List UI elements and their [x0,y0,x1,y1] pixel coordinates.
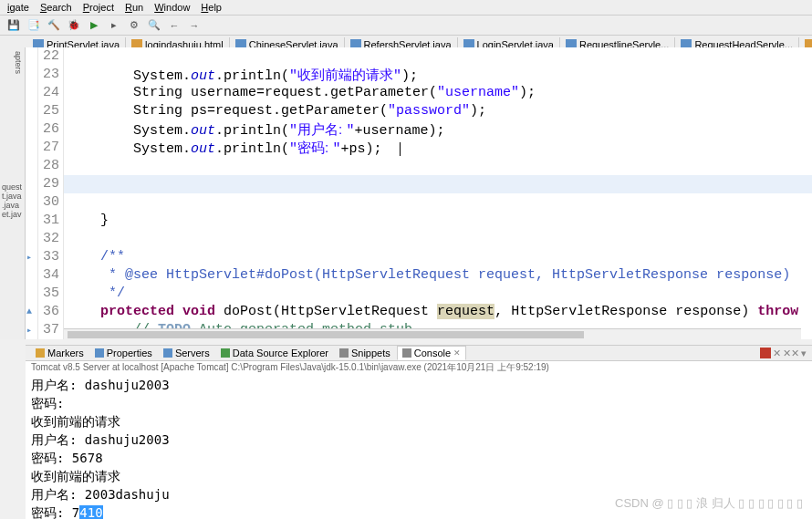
view-icon [402,348,411,358]
code-line[interactable] [64,230,812,248]
view-icon [36,348,45,358]
remove-all-icon[interactable]: ✕✕ [783,348,799,359]
line-number: 32 [38,230,59,248]
view-icon [95,348,104,358]
line-number: 33 [38,248,59,266]
code-line[interactable] [64,157,812,175]
build-icon[interactable]: 🔨 [46,17,62,34]
code-line[interactable]: String ps=request.getParameter("password… [64,102,812,120]
console-line: 收到前端的请求 [31,412,807,431]
back-icon[interactable]: ← [166,17,182,34]
line-number: 35 [38,285,59,303]
code-area[interactable]: System.out.println("收到前端的请求"); String us… [64,47,812,339]
forward-icon[interactable]: → [186,17,203,34]
dropdown-icon[interactable]: ▾ [801,348,807,359]
view-icon [163,348,172,358]
console-line: 密码: 5678 [31,449,807,467]
search-icon[interactable]: 🔍 [146,17,162,34]
menu-item[interactable]: Project [83,2,114,13]
override-marker-icon: ▲ [26,306,36,316]
bottom-tab[interactable]: Properties [90,347,157,359]
bottom-tab[interactable]: Servers [159,347,214,359]
toolbar: 💾 📑 🔨 🐞 ▶ ▸ ⚙ 🔍 ← → [0,16,812,36]
bottom-tab-label: Servers [175,348,210,358]
menu-item[interactable]: Help [201,2,222,13]
tool-icon[interactable]: ⚙ [126,17,142,34]
bottom-tab[interactable]: Data Source Explorer [216,347,333,359]
fold-marker-icon: ▸ [26,252,36,261]
scrollbar-thumb[interactable] [68,331,584,338]
line-number: 34 [38,266,59,285]
bottom-tab[interactable]: Snippets [335,347,395,359]
console-output[interactable]: 用户名: dashuju2003密码: 收到前端的请求用户名: dashuju2… [26,374,812,519]
bottom-tab-label: Console [414,348,451,358]
code-line[interactable]: * @see HttpServlet#doPost(HttpServletReq… [64,266,812,285]
bottom-view-tabs: MarkersPropertiesServersData Source Expl… [26,345,812,361]
warn-marker-icon: ▸ [26,325,36,334]
bottom-tab[interactable]: Console✕ [397,346,466,360]
line-number-gutter: 22232425262728293031323334353637 [38,47,64,339]
selected-text: 410 [79,505,102,519]
console-line: 收到前端的请求 [31,467,807,485]
annotation-gutter: ▸▲▸ [26,47,38,339]
bottom-tab-label: Properties [107,348,152,358]
line-number: 24 [38,84,59,102]
close-icon[interactable]: ✕ [453,348,461,358]
line-number: 36 [38,303,59,321]
code-line[interactable]: System.out.println("收到前端的请求"); [64,66,812,84]
bottom-tab-label: Markers [47,348,84,358]
view-icon [339,348,349,358]
view-icon [221,348,230,358]
line-number: 37 [38,321,59,339]
save-all-icon[interactable]: 📑 [26,17,42,34]
line-number: 29 [38,175,59,193]
line-number: 23 [38,66,59,84]
code-line[interactable]: String username=request.getParameter("us… [64,84,812,102]
horizontal-scrollbar[interactable] [64,328,801,339]
line-number: 30 [38,193,59,212]
menu-item[interactable]: Window [154,2,190,13]
run-config-icon[interactable]: ▸ [106,17,122,34]
code-line[interactable]: } [64,212,812,230]
terminate-icon[interactable] [760,348,771,358]
code-line[interactable]: */ [64,285,812,303]
console-toolbar: ✕ ✕✕ ▾ [760,348,807,359]
line-number: 28 [38,157,59,175]
menu-item[interactable]: Run [125,2,143,13]
menu-item[interactable]: Search [40,2,72,13]
bottom-tab-label: Snippets [351,348,390,358]
console-line: 密码: 7410 [31,503,807,519]
line-number: 22 [38,47,59,66]
line-number: 27 [38,139,59,157]
code-line[interactable]: System.out.println("用户名: "+username); [64,120,812,139]
run-icon[interactable]: ▶ [86,17,102,34]
code-line[interactable] [64,47,812,66]
save-icon[interactable]: 💾 [5,17,22,34]
debug-icon[interactable]: 🐞 [66,17,82,34]
console-line: 密码: [31,394,807,412]
code-line[interactable]: /** [64,248,812,266]
console-line: 用户名: dashuju2003 [31,376,807,394]
remove-launch-icon[interactable]: ✕ [773,348,781,359]
bottom-tab[interactable]: Markers [31,347,88,359]
console-launch-info: Tomcat v8.5 Server at localhost [Apache … [26,361,812,374]
line-number: 26 [38,120,59,139]
menu-bar: igate Search Project Run Window Help [0,0,812,16]
code-line[interactable]: System.out.println("密码: "+ps); [64,139,812,157]
code-line[interactable] [64,175,812,193]
console-line: 用户名: dashuju2003 [31,431,807,449]
line-number: 25 [38,102,59,120]
code-line[interactable]: protected void doPost(HttpServletRequest… [64,303,812,321]
code-editor[interactable]: ▸▲▸ 22232425262728293031323334353637 Sys… [26,47,812,339]
code-line[interactable] [64,193,812,212]
left-sidebar-views: quest t.java .java et.jav [0,181,26,221]
bottom-tab-label: Data Source Explorer [233,348,328,358]
line-number: 31 [38,212,59,230]
menu-item[interactable]: igate [7,2,29,13]
console-line: 用户名: 2003dashuju [31,485,807,503]
